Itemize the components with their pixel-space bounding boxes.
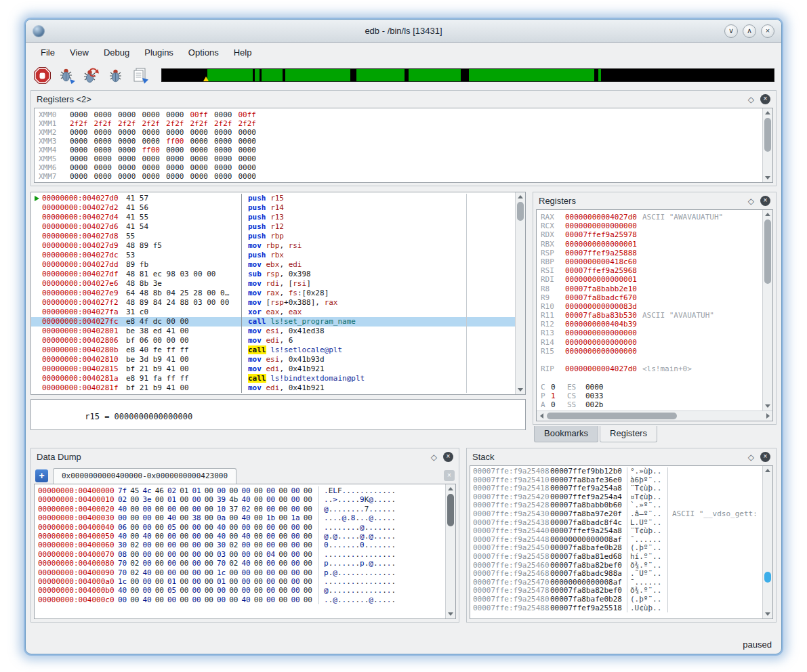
titlebar[interactable]: edb - /bin/ls [13431] ∨ ∧ × xyxy=(26,20,781,43)
float-icon[interactable]: ◇ xyxy=(431,453,437,461)
scroll-down-button[interactable] xyxy=(763,610,772,618)
dump-row[interactable]: 00000000:004000c000004000000000000000400… xyxy=(38,595,445,604)
xmm-register-row[interactable]: XMM4000000000000ff000000000000000000 xyxy=(39,146,758,154)
close-icon[interactable]: × xyxy=(760,94,770,104)
close-window-button[interactable]: × xyxy=(761,24,774,38)
register-row[interactable]: RBP0000000000418c60 xyxy=(541,257,762,266)
menu-item-options[interactable]: Options xyxy=(182,45,226,60)
disasm-row[interactable]: 00000000:0040281fbf 21 b9 41 00mov edi, … xyxy=(31,383,515,393)
stack-scrollbar[interactable] xyxy=(762,466,772,618)
memory-map-bar[interactable] xyxy=(161,68,774,82)
dump-region-tab[interactable]: 0x0000000000400000-0x0000000000423000 xyxy=(53,468,236,484)
register-row[interactable]: RAX00000000004027d0ASCII "AWAVAUATUH" xyxy=(541,213,762,222)
menu-item-plugins[interactable]: Plugins xyxy=(138,45,180,60)
disasm-row[interactable]: 00000000:0040281ae8 91 fa ff ffcall ls!b… xyxy=(31,374,515,383)
scroll-down-button[interactable] xyxy=(763,173,772,182)
stack-row[interactable]: 00007ffe:f9a2545800007fa8ba81ed68hí.º¨.. xyxy=(473,553,762,562)
scroll-thumb[interactable] xyxy=(447,494,454,526)
disasm-row[interactable]: 00000000:004027d041 57push r15 xyxy=(31,194,515,203)
disasm-row[interactable]: 00000000:004027fa31 c0xor eax, eax xyxy=(31,308,515,317)
disasm-row[interactable]: 00000000:004027df48 81 ec 98 03 00 00sub… xyxy=(31,270,515,279)
stack-row[interactable]: 00007ffe:f9a2540800007ffef9bb12b0°.»ùþ.. xyxy=(473,467,762,476)
dump-row[interactable]: 00000000:0040005040004000000000004000400… xyxy=(38,532,445,541)
disasm-row[interactable]: 00000000:00402810be 3d b9 41 00mov esi, … xyxy=(31,355,515,364)
disasm-row[interactable]: 00000000:004027e964 48 8b 04 25 28 00 0…… xyxy=(31,289,515,298)
stack-row[interactable]: 00007ffe:f9a2544000007ffef9a254a8¨T¢ùþ.. xyxy=(473,527,762,536)
disasm-row[interactable]: 00000000:00402801be 38 ed 41 00mov esi, … xyxy=(31,327,515,336)
registers-dock-titlebar[interactable]: Registers ◇ × xyxy=(533,192,776,209)
register-row[interactable]: R800007fa8babb2e10 xyxy=(541,285,762,293)
disasm-row[interactable]: 00000000:004027dd89 fbmov ebx, edi xyxy=(31,260,515,270)
restart-button[interactable] xyxy=(81,66,101,85)
register-row[interactable]: RBX0000000000000001 xyxy=(541,240,762,249)
scroll-track[interactable] xyxy=(763,475,772,610)
scroll-down-button[interactable] xyxy=(763,402,772,411)
xmm-dock-titlebar[interactable]: Registers <2> ◇ × xyxy=(31,91,776,108)
disasm-row[interactable]: 00000000:004027d855push rbp xyxy=(31,232,515,241)
disasm-row[interactable]: 00000000:004027fce8 4f dc 00 00call ls!s… xyxy=(31,317,515,327)
xmm-register-row[interactable]: XMM12f2f2f2f2f2f2f2f2f2f2f2f2f2f2f2f xyxy=(39,119,758,128)
dump-row[interactable]: 00000000:004000b040000000050000000000000… xyxy=(38,586,445,595)
stack-row[interactable]: 00007ffe:f9a2541800007ffef9a254a8¨T¢ùþ.. xyxy=(473,484,762,493)
xmm-register-row[interactable]: XMM200000000000000000000000000000000 xyxy=(39,128,758,137)
dump-row[interactable]: 00000000:0040002040000000000000001037020… xyxy=(38,505,445,513)
disasm-row[interactable]: 00000000:004027d948 89 f5mov rbp, rsi xyxy=(31,241,515,251)
dump-row[interactable]: 00000000:004000007f454c46020101000000000… xyxy=(38,486,445,495)
register-row[interactable]: RSI00007ffef9a25968 xyxy=(541,266,762,275)
disasm-row[interactable]: 00000000:004027d641 54push r12 xyxy=(31,222,515,232)
close-dump-tab-button[interactable]: × xyxy=(444,470,455,481)
tab-registers[interactable]: Registers xyxy=(600,426,657,442)
tab-bookmarks[interactable]: Bookmarks xyxy=(534,426,598,442)
dump-row[interactable]: 00000000:0040009070024000000000001c00000… xyxy=(38,568,445,577)
run-button[interactable] xyxy=(57,66,77,85)
flag-row[interactable]: P1CS0033 xyxy=(541,392,762,400)
register-row[interactable]: RDX00007ffef9a25978 xyxy=(541,230,762,239)
register-row[interactable]: RCX0000000000000000 xyxy=(541,222,762,230)
scroll-track[interactable] xyxy=(763,219,772,402)
scroll-up-button[interactable] xyxy=(446,484,455,493)
dump-row[interactable]: 00000000:0040007008000000000000000300000… xyxy=(38,550,445,559)
disasm-row[interactable]: 00000000:004027f248 89 84 24 88 03 00 00… xyxy=(31,298,515,308)
scroll-down-button[interactable] xyxy=(446,610,455,618)
xmm-register-row[interactable]: XMM30000000000000000ff00000000000000 xyxy=(39,137,758,146)
menu-item-view[interactable]: View xyxy=(63,45,96,60)
scroll-up-button[interactable] xyxy=(763,466,772,475)
scroll-thumb[interactable] xyxy=(764,219,771,284)
register-row[interactable]: RDI0000000000000001 xyxy=(541,275,762,284)
disasm-row[interactable]: 00000000:0040280be8 40 fe ff ffcall ls!s… xyxy=(31,345,515,355)
stack-titlebar[interactable]: Stack ◇ × xyxy=(467,448,776,465)
maximize-button[interactable]: ∧ xyxy=(743,24,756,38)
registers-horizontal-scrollbar[interactable] xyxy=(537,411,772,421)
minimize-button[interactable]: ∨ xyxy=(724,24,738,38)
registers-scrollbar[interactable] xyxy=(762,210,772,411)
scroll-thumb[interactable] xyxy=(547,413,677,419)
dump-row[interactable]: 00000000:0040003000000000400038000a00400… xyxy=(38,513,445,522)
register-row[interactable]: R120000000000404b39 xyxy=(541,320,762,329)
register-row[interactable]: R900007fa8badcf670 xyxy=(541,293,762,302)
xmm-register-row[interactable]: XMM500000000000000000000000000000000 xyxy=(39,154,758,163)
float-icon[interactable]: ◇ xyxy=(748,197,754,205)
stack-row[interactable]: 00007ffe:f9a2548000007fa8bafe0b28(.þº¨.. xyxy=(473,595,762,604)
xmm-register-row[interactable]: XMM700000000000000000000000000000000 xyxy=(39,172,758,181)
menu-item-debug[interactable]: Debug xyxy=(97,45,136,60)
disasm-row[interactable]: 00000000:004027d441 55push r13 xyxy=(31,213,515,222)
dump-row[interactable]: 00000000:0040004006000000050000004000000… xyxy=(38,523,445,532)
scroll-track[interactable] xyxy=(546,411,763,421)
disasm-row[interactable]: 00000000:004027e648 8b 3emov rdi, [rsi] xyxy=(31,279,515,289)
scroll-up-button[interactable] xyxy=(516,192,525,201)
dump-scrollbar[interactable] xyxy=(445,484,455,618)
dump-row[interactable]: 00000000:0040001002003e0001000000394b400… xyxy=(38,495,445,504)
disasm-scrollbar[interactable] xyxy=(515,192,525,394)
scroll-down-button[interactable] xyxy=(516,385,525,394)
close-icon[interactable]: × xyxy=(760,452,770,462)
register-row[interactable]: R1100007fa8ba83b530ASCII "AVAUATUH" xyxy=(541,311,762,320)
xmm-register-row[interactable]: XMM600000000000000000000000000000000 xyxy=(39,163,758,172)
disasm-row[interactable]: 00000000:00402806bf 06 00 00 00mov edi, … xyxy=(31,336,515,345)
scroll-track[interactable] xyxy=(516,201,525,385)
disasm-row[interactable]: 00000000:00402815bf 21 b9 41 00mov edi, … xyxy=(31,364,515,374)
scroll-left-button[interactable] xyxy=(537,411,546,421)
register-row[interactable]: R130000000000000000 xyxy=(541,329,762,337)
float-icon[interactable]: ◇ xyxy=(748,453,754,461)
scroll-right-button[interactable] xyxy=(763,411,772,421)
menu-item-help[interactable]: Help xyxy=(227,45,259,60)
